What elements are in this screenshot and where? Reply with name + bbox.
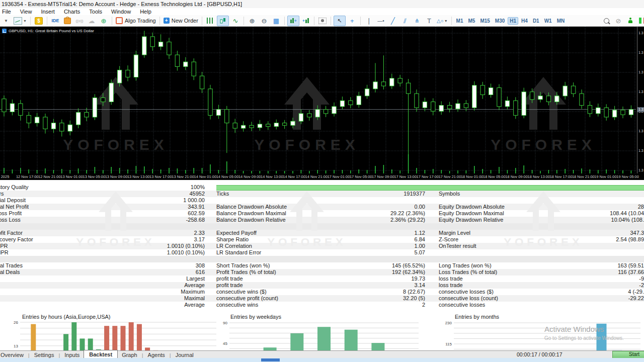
shift-chart-icon[interactable]	[300, 16, 311, 26]
trendline-icon[interactable]: ╱	[387, 16, 398, 26]
timeframe-mn[interactable]: MN	[555, 17, 567, 25]
crosshair-icon[interactable]: +	[347, 16, 358, 26]
metric-value: 2.54 (98.89	[541, 236, 644, 243]
candlestick-chart-area[interactable]: YOFOREX YOFOREX YOFOREX	[0, 27, 644, 173]
text-tool-icon[interactable]: T	[424, 16, 435, 26]
time-tick: 18 Nov 13:00	[527, 174, 550, 179]
time-tick: 17 Nov 09:00	[372, 174, 394, 179]
price-tick: 1.3	[638, 168, 643, 172]
timeframe-m1[interactable]: M1	[454, 17, 465, 25]
report-row: History Quality100%	[0, 184, 644, 191]
report-row: Maximalconsecutive profit (count)32.20 (…	[0, 295, 644, 302]
price-axis[interactable]: 1.31.31.31.31.31.31.31.31.31	[637, 27, 644, 173]
chart-profile-dropdown[interactable]: ▼	[1, 16, 12, 26]
algo-trading-button[interactable]: Algo Trading	[115, 16, 157, 26]
time-axis[interactable]: 202512 Nov 17:0012 Nov 21:0013 Nov 01:00…	[0, 173, 644, 180]
menu-view[interactable]: View	[16, 8, 37, 15]
start-button[interactable]: Start	[612, 351, 644, 358]
timeframe-m15[interactable]: M15	[478, 17, 492, 25]
menu-help[interactable]: Help	[135, 8, 156, 15]
metric-value: 116 (37.66	[541, 269, 644, 276]
metric-value: 32.20 (5)	[322, 295, 425, 302]
pitchfork-icon[interactable]: ⋔	[412, 16, 423, 26]
report-row: GHPR1.0010 (0.10%)LR Standard Error5.07	[0, 249, 644, 256]
timeframe-d1[interactable]: D1	[531, 17, 541, 25]
timeframe-m30[interactable]: M30	[493, 17, 507, 25]
algo-trading-icon	[116, 17, 123, 24]
auto-scroll-icon[interactable]	[287, 16, 299, 26]
timeframe-m5[interactable]: M5	[466, 17, 477, 25]
metaeditor-ide-button[interactable]: IDE	[50, 16, 61, 26]
deposit-icon[interactable]: $	[33, 16, 44, 26]
metric-value: 3.14	[322, 282, 425, 289]
cursor-icon[interactable]: ↖	[334, 16, 346, 26]
metric-value: 145 (65.52%)	[322, 262, 425, 269]
menu-tools[interactable]: Tools	[85, 8, 107, 15]
market-icon[interactable]	[62, 16, 73, 26]
timeframe-h4[interactable]: H4	[519, 17, 530, 25]
time-tick: 19 Nov 05:00	[616, 174, 639, 179]
shapes-icon[interactable]: △○▼	[436, 16, 449, 26]
menu-file[interactable]: File	[0, 8, 16, 15]
vertical-line-icon[interactable]: ∣	[363, 16, 374, 26]
svg-text:Entries by weekdays: Entries by weekdays	[230, 314, 281, 320]
metric-value: 1.00	[322, 243, 425, 249]
horizontal-line-icon[interactable]: —•	[375, 16, 386, 26]
time-tick: 13 Nov 09:00	[105, 174, 128, 179]
zoom-in-icon[interactable]: ⊕	[247, 16, 258, 26]
zoom-out-icon[interactable]: ⊖	[259, 16, 270, 26]
chart-symbol-label: GBPUSD, H1: Great Britain Pound vs US Do…	[2, 28, 94, 33]
new-chart-icon[interactable]: ▼	[13, 16, 28, 26]
timeframe-bar: M1M5M15M30H1H4D1W1MN	[454, 17, 568, 25]
toolbox-selection	[261, 358, 280, 361]
svg-text:Entries by hours (Asia,Europe,: Entries by hours (Asia,Europe,USA)	[22, 314, 110, 320]
metric-value: Largest	[101, 276, 205, 282]
report-row	[0, 256, 644, 262]
timeframe-w1[interactable]: W1	[542, 17, 554, 25]
menu-insert[interactable]: Insert	[36, 8, 59, 15]
time-tick: 18 Nov 05:00	[483, 174, 506, 179]
time-tick: 14 Nov 17:00	[283, 174, 305, 179]
new-order-icon: +	[164, 18, 170, 24]
history-quality-bar	[216, 185, 644, 191]
report-row: Total Net Profit343.91Balance Drawdown A…	[0, 204, 644, 210]
time-tick: 17 Nov 21:00	[439, 174, 461, 179]
community-icon[interactable]: ⊘	[613, 16, 624, 26]
cloud-icon[interactable]: ☁	[86, 16, 97, 26]
menu-charts[interactable]: Charts	[59, 8, 85, 15]
tab-inputs[interactable]: Inputs	[60, 351, 84, 358]
screenshot-icon[interactable]	[317, 16, 328, 26]
line-chart-icon[interactable]: ∿	[230, 16, 241, 26]
time-tick: 14 Nov 05:00	[216, 174, 239, 179]
tab-settings[interactable]: Settings	[30, 351, 58, 358]
price-tick: 1.3	[638, 70, 643, 74]
candles-chart-icon[interactable]	[217, 16, 229, 26]
time-tick: 17 Nov 17:00	[416, 174, 439, 179]
tab-journal[interactable]: Journal	[172, 351, 198, 358]
metric-value: 343.91	[101, 204, 205, 210]
time-tick: 18 Nov 09:00	[505, 174, 528, 179]
vps-icon[interactable]: ⊕	[98, 16, 109, 26]
menu-window[interactable]: Window	[107, 8, 135, 15]
time-tick: 17 Nov 01:00	[328, 174, 350, 179]
signals-icon[interactable]: ((o))	[74, 16, 85, 26]
new-order-button[interactable]: +New Order	[163, 16, 199, 26]
bars-chart-icon[interactable]	[205, 16, 216, 26]
tab-agents[interactable]: Agents	[144, 351, 169, 358]
window-title: 1936354 - Exness-MT5Trial14: Demo Accoun…	[0, 0, 644, 8]
grid-tile-icon[interactable]: ▦	[271, 16, 282, 26]
tab-overview[interactable]: Overview	[0, 351, 28, 358]
report-row: Maximumconsecutive wins ($)8 (22.67)cons…	[0, 289, 644, 295]
report-row: Gross Profit602.59Balance Drawdown Maxim…	[0, 210, 644, 217]
price-tick: 1.3	[638, 90, 643, 94]
tab-backtest[interactable]: Backtest	[84, 350, 118, 358]
time-tick: 13 Nov 01:00	[60, 174, 83, 179]
toolbox-strip	[0, 358, 644, 362]
tab-graph[interactable]: Graph	[118, 351, 141, 358]
metric-value: 6.84	[322, 236, 425, 243]
metric-value: 1919377	[322, 191, 425, 197]
search-icon[interactable]	[601, 16, 612, 26]
timeframe-h1[interactable]: H1	[508, 17, 518, 25]
channel-icon[interactable]: ⫽	[399, 16, 411, 26]
account-level-icon[interactable]	[625, 16, 636, 26]
